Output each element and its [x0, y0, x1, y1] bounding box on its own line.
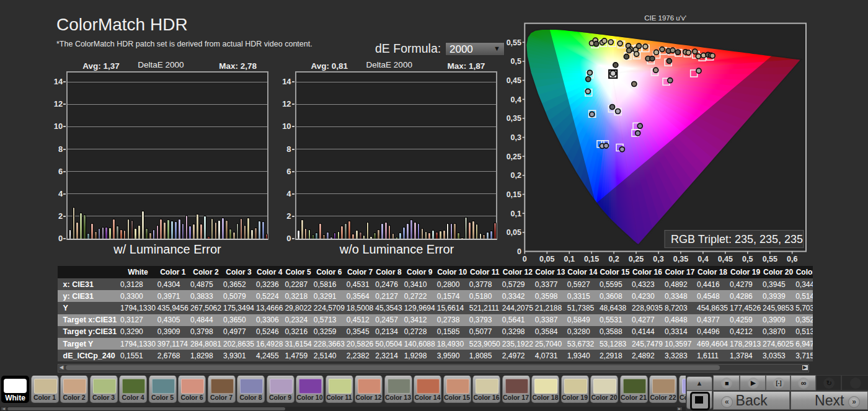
- svg-text:0,6: 0,6: [787, 255, 797, 263]
- svg-text:0,5: 0,5: [742, 255, 753, 263]
- svg-text:0,35: 0,35: [673, 255, 688, 263]
- svg-text:0,55: 0,55: [763, 255, 777, 263]
- svg-text:RGB Triplet: 235, 235, 235: RGB Triplet: 235, 235, 235: [671, 233, 803, 245]
- svg-text:0,3: 0,3: [511, 133, 521, 142]
- svg-text:0,25: 0,25: [629, 255, 644, 263]
- svg-text:0,55: 0,55: [507, 38, 521, 47]
- svg-text:0,2: 0,2: [608, 255, 619, 263]
- svg-text:0,35: 0,35: [507, 114, 521, 123]
- svg-text:0,4: 0,4: [511, 95, 521, 104]
- svg-text:0: 0: [523, 255, 527, 263]
- svg-text:0: 0: [517, 247, 521, 256]
- svg-text:0,3: 0,3: [653, 255, 663, 263]
- svg-text:0,15: 0,15: [584, 255, 599, 263]
- svg-text:0,2: 0,2: [511, 171, 521, 180]
- svg-text:0,05: 0,05: [539, 255, 554, 263]
- svg-text:0,45: 0,45: [507, 76, 521, 85]
- svg-text:0,4: 0,4: [698, 255, 708, 263]
- svg-text:0,1: 0,1: [511, 210, 521, 218]
- svg-text:0,5: 0,5: [511, 57, 521, 66]
- svg-text:0,45: 0,45: [718, 255, 733, 263]
- svg-text:0,15: 0,15: [507, 190, 521, 199]
- svg-text:0,25: 0,25: [507, 152, 521, 161]
- svg-text:0,1: 0,1: [564, 255, 575, 263]
- svg-text:0,05: 0,05: [507, 228, 521, 237]
- svg-text:CIE 1976 u'v': CIE 1976 u'v': [644, 14, 686, 22]
